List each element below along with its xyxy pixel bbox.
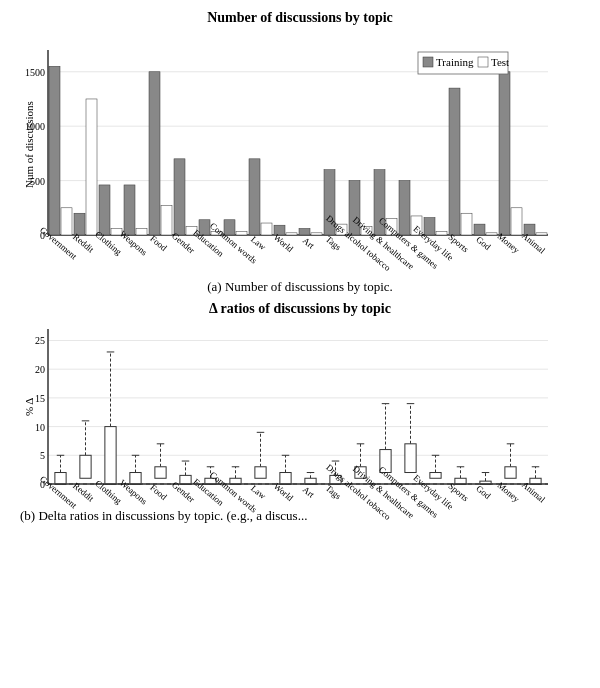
svg-text:Test: Test xyxy=(491,56,509,68)
svg-rect-31 xyxy=(311,233,322,235)
svg-text:20: 20 xyxy=(35,364,45,375)
svg-rect-17 xyxy=(136,228,147,235)
svg-rect-18 xyxy=(149,72,160,235)
svg-rect-51 xyxy=(423,57,433,67)
svg-rect-83 xyxy=(130,473,141,484)
svg-rect-29 xyxy=(286,233,297,235)
chart1-area: Num of discussions 050010001500TrainingT… xyxy=(20,30,580,275)
svg-rect-79 xyxy=(105,427,116,484)
chart1-container: Number of discussions by topic Num of di… xyxy=(20,10,580,275)
svg-rect-87 xyxy=(155,467,166,478)
svg-rect-41 xyxy=(436,232,447,235)
chart2-title: Δ ratios of discussions by topic xyxy=(20,301,580,317)
svg-text:10: 10 xyxy=(35,422,45,433)
svg-rect-20 xyxy=(174,159,185,235)
chart2-y-label: % Δ xyxy=(20,327,38,487)
svg-rect-25 xyxy=(236,232,247,235)
page: Number of discussions by topic Num of di… xyxy=(0,0,600,688)
chart1-svg: 050010001500TrainingTest xyxy=(38,30,558,240)
svg-rect-19 xyxy=(161,206,172,235)
svg-rect-105 xyxy=(280,473,291,484)
svg-rect-10 xyxy=(49,66,60,235)
svg-text:1500: 1500 xyxy=(25,67,45,78)
svg-text:Training: Training xyxy=(436,56,474,68)
svg-rect-27 xyxy=(261,223,272,235)
svg-rect-137 xyxy=(505,467,516,478)
svg-rect-14 xyxy=(99,185,110,235)
chart2-inner: 0510152025 GovernmentRedditClothingWeapo… xyxy=(38,319,580,504)
chart1-title: Number of discussions by topic xyxy=(20,10,580,26)
svg-text:15: 15 xyxy=(35,393,45,404)
svg-rect-123 xyxy=(405,444,416,473)
chart1-x-labels: GovernmentRedditClothingWeaponsFoodGende… xyxy=(38,240,580,275)
svg-rect-76 xyxy=(80,455,91,478)
svg-rect-102 xyxy=(255,467,266,478)
svg-text:500: 500 xyxy=(30,176,45,187)
svg-rect-30 xyxy=(299,228,310,235)
svg-rect-45 xyxy=(486,233,497,235)
svg-text:25: 25 xyxy=(35,335,45,346)
chart1-inner: 050010001500TrainingTest GovernmentReddi… xyxy=(38,30,580,275)
caption1: (a) Number of discussions by topic. xyxy=(207,279,393,295)
chart2-x-labels: GovernmentRedditClothingWeaponsFoodGende… xyxy=(38,489,580,504)
svg-rect-43 xyxy=(461,213,472,235)
svg-rect-53 xyxy=(478,57,488,67)
svg-rect-42 xyxy=(449,88,460,235)
svg-rect-13 xyxy=(86,99,97,235)
chart2-svg: 0510152025 xyxy=(38,319,558,489)
svg-rect-26 xyxy=(249,159,260,235)
svg-rect-72 xyxy=(55,473,66,484)
svg-rect-11 xyxy=(61,208,72,235)
svg-rect-46 xyxy=(499,72,510,235)
svg-rect-44 xyxy=(474,224,485,235)
svg-text:5: 5 xyxy=(40,450,45,461)
svg-rect-126 xyxy=(430,473,441,479)
svg-rect-16 xyxy=(124,185,135,235)
svg-rect-49 xyxy=(536,233,547,235)
chart2-area: % Δ 0510152025 GovernmentRedditClothingW… xyxy=(20,319,580,504)
svg-rect-90 xyxy=(180,475,191,484)
chart2-container: Δ ratios of discussions by topic % Δ 051… xyxy=(20,301,580,504)
svg-rect-47 xyxy=(511,208,522,235)
svg-text:1000: 1000 xyxy=(25,121,45,132)
bottom-text: (b) Delta ratios in discussions by topic… xyxy=(20,508,580,524)
svg-rect-38 xyxy=(399,181,410,235)
